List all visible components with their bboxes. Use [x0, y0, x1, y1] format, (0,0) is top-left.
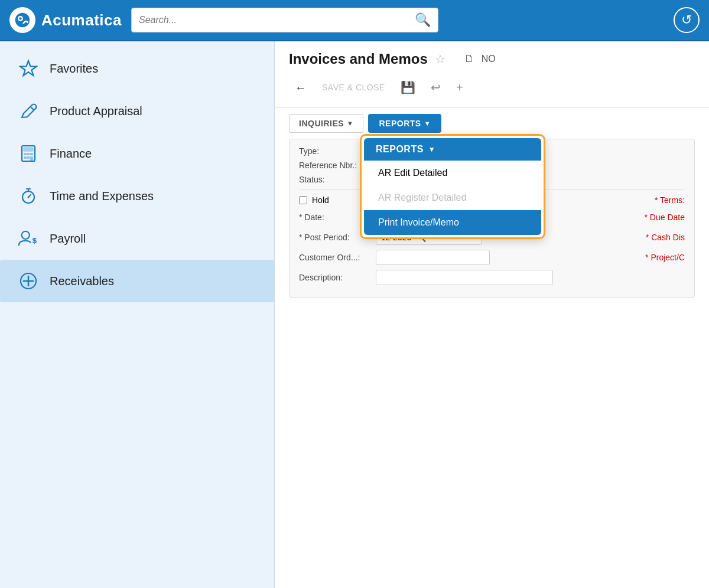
project-c-label: * Project/C — [645, 253, 685, 262]
search-icon: 🔍 — [415, 12, 431, 28]
logo-icon — [9, 7, 35, 33]
dropdown-highlight-border: REPORTS ▼ AR Edit Detailed AR Register D… — [360, 134, 545, 239]
save-close-label: SAVE & CLOSE — [322, 83, 385, 92]
svg-rect-10 — [24, 156, 27, 159]
add-button[interactable]: + — [450, 77, 469, 98]
undo-icon: ↩ — [431, 80, 441, 94]
refresh-button[interactable]: ↺ — [674, 7, 700, 33]
favorite-star-icon[interactable]: ☆ — [435, 52, 445, 66]
page-title: Invoices and Memos — [289, 51, 428, 67]
svg-rect-7 — [24, 153, 27, 155]
action-section: INQUIRIES ▼ REPORTS ▼ REPORTS ▼ — [275, 108, 709, 139]
save-icon: 💾 — [401, 80, 415, 94]
sidebar-item-favorites[interactable]: Favorites — [0, 47, 274, 90]
timer-icon — [18, 185, 39, 207]
pencil-icon — [18, 100, 39, 122]
svg-marker-3 — [20, 61, 37, 76]
logo-area: Acumatica — [9, 7, 122, 33]
svg-rect-9 — [30, 153, 33, 155]
sidebar-item-payroll[interactable]: $ Payroll — [0, 217, 274, 260]
sidebar-item-label-payroll: Payroll — [50, 232, 86, 246]
save-button[interactable]: 💾 — [395, 77, 421, 98]
reports-dropdown: REPORTS ▼ AR Edit Detailed AR Register D… — [360, 134, 545, 239]
reports-label: REPORTS — [379, 119, 421, 128]
sidebar-item-label-receivables: Receivables — [50, 275, 114, 288]
sidebar-item-label-favorites: Favorites — [50, 62, 98, 76]
hold-checkbox[interactable] — [299, 196, 307, 204]
hold-label: Hold — [312, 195, 329, 205]
inquiries-button[interactable]: INQUIRIES ▼ — [289, 114, 363, 133]
doc-icon: 🗋 — [464, 53, 474, 65]
description-input[interactable] — [376, 270, 553, 285]
sidebar-item-label-product-appraisal: Product Appraisal — [50, 104, 142, 118]
back-icon: ← — [295, 81, 307, 94]
doc-no-label: NO — [482, 54, 496, 64]
search-input[interactable] — [139, 15, 415, 25]
sidebar-item-receivables[interactable]: Receivables — [0, 260, 274, 302]
svg-point-2 — [19, 17, 21, 19]
svg-point-17 — [28, 197, 30, 198]
inquiries-label: INQUIRIES — [299, 119, 344, 128]
dropdown-item-print-invoice-memo[interactable]: Print Invoice/Memo — [364, 210, 541, 235]
reports-button[interactable]: REPORTS ▼ — [368, 114, 441, 133]
dropdown-header: REPORTS ▼ — [364, 138, 541, 161]
app-container: Acumatica 🔍 ↺ Favorites Product Apprai — [0, 0, 709, 588]
svg-rect-12 — [30, 156, 33, 161]
sidebar-item-label-time-expenses: Time and Expenses — [50, 190, 154, 203]
description-label: Description: — [299, 273, 376, 282]
main-area: Favorites Product Appraisal — [0, 41, 709, 588]
sidebar-item-time-expenses[interactable]: Time and Expenses — [0, 175, 274, 217]
payroll-icon: $ — [18, 228, 39, 249]
dropdown-header-icon: ▼ — [428, 145, 435, 153]
add-icon: + — [456, 81, 463, 94]
form-row-description: Description: — [299, 270, 685, 285]
sidebar-item-product-appraisal[interactable]: Product Appraisal — [0, 90, 274, 132]
customer-ord-input[interactable] — [376, 250, 490, 265]
dropdown-item-ar-register-detailed: AR Register Detailed — [364, 185, 541, 210]
content-header: Invoices and Memos ☆ 🗋 NO ← SAVE & CLOSE… — [275, 41, 709, 108]
receivables-icon — [18, 270, 39, 292]
due-date-label: * Due Date — [645, 213, 685, 222]
app-header: Acumatica 🔍 ↺ — [0, 0, 709, 41]
form-row-customer-ord: Customer Ord...: * Project/C — [299, 250, 685, 265]
sidebar: Favorites Product Appraisal — [0, 41, 275, 588]
reports-dropdown-icon: ▼ — [424, 120, 431, 127]
svg-point-18 — [22, 231, 30, 239]
svg-rect-8 — [27, 153, 30, 155]
undo-button[interactable]: ↩ — [425, 77, 447, 98]
dropdown-menu: AR Edit Detailed AR Register Detailed Pr… — [364, 161, 541, 235]
svg-text:$: $ — [32, 236, 37, 245]
logo-text: Acumatica — [41, 11, 122, 30]
action-row: INQUIRIES ▼ REPORTS ▼ REPORTS ▼ — [289, 108, 695, 139]
search-bar[interactable]: 🔍 — [131, 8, 438, 32]
page-title-row: Invoices and Memos ☆ 🗋 NO — [289, 51, 695, 67]
customer-ord-label: Customer Ord...: — [299, 253, 376, 262]
svg-line-4 — [30, 106, 34, 110]
toolbar: ← SAVE & CLOSE 💾 ↩ + — [289, 73, 695, 103]
sidebar-item-finance[interactable]: Finance — [0, 132, 274, 175]
calculator-icon — [18, 143, 39, 164]
sidebar-item-label-finance: Finance — [50, 147, 92, 161]
svg-rect-6 — [24, 148, 33, 151]
dropdown-header-label: REPORTS — [376, 144, 424, 155]
back-button[interactable]: ← — [289, 77, 313, 98]
cash-dis-label: * Cash Dis — [646, 233, 685, 242]
svg-rect-11 — [27, 156, 30, 159]
content-area: Invoices and Memos ☆ 🗋 NO ← SAVE & CLOSE… — [275, 41, 709, 588]
inquiries-dropdown-icon: ▼ — [347, 120, 353, 127]
dropdown-item-ar-edit-detailed[interactable]: AR Edit Detailed — [364, 161, 541, 185]
star-icon — [18, 58, 39, 79]
refresh-icon: ↺ — [681, 12, 692, 28]
terms-label: * Terms: — [655, 195, 685, 205]
save-close-button[interactable]: SAVE & CLOSE — [316, 79, 391, 96]
